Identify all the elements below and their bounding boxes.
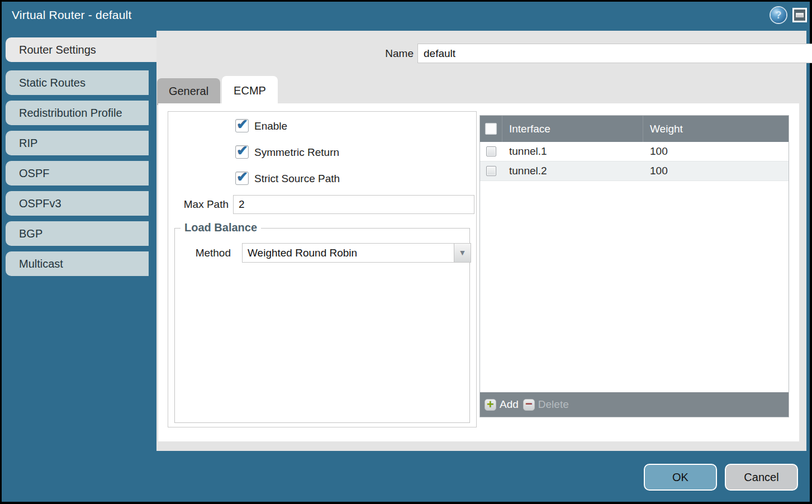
delete-button-label: Delete <box>538 398 569 411</box>
minus-glyph: − <box>524 400 534 408</box>
method-dropdown-button[interactable]: ▼ <box>454 244 471 262</box>
ecmp-panel: ✔ Enable ✔ Symmetric Return ✔ Strict Sou… <box>158 103 799 441</box>
add-icon: + <box>485 399 496 411</box>
plus-glyph: + <box>485 400 496 409</box>
strict-source-path-label: Strict Source Path <box>254 172 340 186</box>
weight-cell: 100 <box>643 145 789 158</box>
sidebar-item-ospf[interactable]: OSPF <box>6 161 149 186</box>
method-dropdown[interactable]: Weighted Round Robin ▼ <box>242 243 471 263</box>
method-label: Method <box>181 243 231 263</box>
enable-checkbox[interactable]: ✔ <box>235 119 249 132</box>
chevron-down-icon: ▼ <box>459 248 467 257</box>
sidebar-item-ospfv3[interactable]: OSPFv3 <box>6 191 149 216</box>
enable-label: Enable <box>254 119 287 134</box>
interface-table: Interface Weight tunnel.1 100 <box>479 115 789 417</box>
table-row[interactable]: tunnel.2 100 <box>480 161 789 181</box>
select-all-checkbox[interactable] <box>485 123 497 135</box>
name-label: Name <box>352 44 414 63</box>
row-checkbox[interactable] <box>486 146 496 156</box>
sidebar-item-static-routes[interactable]: Static Routes <box>6 70 149 95</box>
sidebar-item-multicast[interactable]: Multicast <box>6 251 149 276</box>
load-balance-legend: Load Balance <box>181 221 261 234</box>
symmetric-return-checkbox[interactable]: ✔ <box>235 145 249 159</box>
cancel-button[interactable]: Cancel <box>725 464 798 491</box>
help-icon[interactable]: ? <box>771 7 786 23</box>
window-icon[interactable] <box>792 8 807 22</box>
title-bar: Virtual Router - default ? <box>2 2 810 31</box>
row-checkbox-cell <box>480 161 502 180</box>
sidebar-item-router-settings[interactable]: Router Settings <box>6 37 156 62</box>
strict-source-path-checkbox[interactable]: ✔ <box>235 172 249 185</box>
ecmp-settings-pane: ✔ Enable ✔ Symmetric Return ✔ Strict Sou… <box>168 111 477 427</box>
row-checkbox-cell <box>480 142 502 161</box>
name-input[interactable] <box>417 44 812 63</box>
table-footer: + Add − Delete <box>480 392 789 417</box>
dialog-body: Name General ECMP ✔ Enable ✔ Symmetric R… <box>156 31 806 451</box>
table-empty-area <box>480 181 789 392</box>
dialog-frame: Virtual Router - default ? Router Settin… <box>2 2 810 502</box>
table-row[interactable]: tunnel.1 100 <box>480 142 789 161</box>
add-button-label: Add <box>500 398 519 411</box>
add-button[interactable]: + Add <box>485 398 519 411</box>
delete-button[interactable]: − Delete <box>523 398 569 411</box>
weight-header-label: Weight <box>650 123 683 135</box>
method-value: Weighted Round Robin <box>248 244 453 262</box>
weight-column-header: Weight <box>643 123 789 135</box>
tab-ecmp[interactable]: ECMP <box>222 76 278 105</box>
max-path-input[interactable] <box>233 195 474 214</box>
dialog-title: Virtual Router - default <box>12 8 132 22</box>
header-checkbox-cell <box>480 116 502 142</box>
table-header: Interface Weight <box>480 116 789 142</box>
check-icon: ✔ <box>236 142 248 158</box>
max-path-label: Max Path <box>174 195 229 214</box>
tab-general[interactable]: General <box>157 78 220 105</box>
delete-icon: − <box>523 399 535 411</box>
symmetric-return-label: Symmetric Return <box>254 145 339 160</box>
weight-cell: 100 <box>643 165 789 177</box>
check-icon: ✔ <box>236 116 248 132</box>
interface-cell: tunnel.1 <box>502 145 643 158</box>
load-balance-fieldset: Load Balance Method Weighted Round Robin… <box>174 228 470 423</box>
sidebar-item-bgp[interactable]: BGP <box>6 221 149 246</box>
window-icon-inner <box>796 13 804 17</box>
interface-cell: tunnel.2 <box>502 165 643 177</box>
sidebar-item-rip[interactable]: RIP <box>6 131 149 155</box>
row-checkbox[interactable] <box>486 166 496 176</box>
ok-button[interactable]: OK <box>644 464 717 491</box>
sidebar-item-redistribution-profile[interactable]: Redistribution Profile <box>6 101 149 125</box>
interface-column-header: Interface <box>502 116 643 142</box>
interface-header-label: Interface <box>509 123 550 135</box>
check-icon: ✔ <box>236 169 248 184</box>
